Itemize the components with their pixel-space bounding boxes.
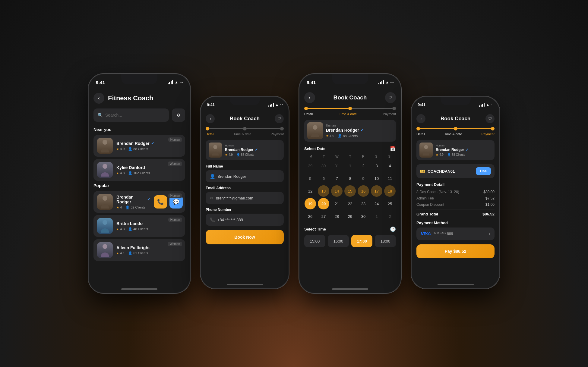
human-badge-popular: Human [168, 193, 182, 198]
email-icon-input: ✉ [210, 196, 213, 200]
small-clients-3: 👤 88 Clients [338, 134, 358, 138]
step4-dot-2 [454, 127, 457, 130]
coach-card-brendan[interactable]: Human Brendan Rodger ✓ ★ 4.9 👤 88 Client… [93, 135, 185, 157]
cal-day-31[interactable]: 29 [344, 211, 356, 222]
email-input[interactable]: ✉ bren*****@gmail.com [206, 192, 284, 204]
cal-day-13[interactable]: 11 [384, 173, 396, 184]
small-coach-name-3: Brendan Rodger ✓ [326, 128, 393, 133]
verified-icon-popular: ✓ [147, 197, 150, 202]
cal-day-19[interactable]: 17 [371, 185, 382, 197]
back-button-2[interactable]: ‹ [206, 114, 215, 123]
card-row[interactable]: VISA **** **** 889 › [416, 227, 495, 240]
coupon-code[interactable]: COACHDAN01 [428, 169, 473, 174]
svg-point-1 [103, 164, 107, 169]
calendar-weekdays: M T W T F S S [304, 155, 396, 158]
cal-day-3[interactable]: 1 [344, 160, 356, 171]
coach-card-kylee[interactable]: Woman Kylee Danford ★ 4.8 👤 102 Clients [93, 159, 185, 181]
cal-day-32[interactable]: 30 [358, 211, 369, 222]
back-button-1[interactable]: ‹ [93, 93, 104, 104]
cal-day-2[interactable]: 31 [331, 160, 343, 171]
cal-day-16[interactable]: 14 [331, 185, 343, 197]
cal-day-14[interactable]: 12 [305, 185, 316, 197]
step3-label-detail: Detail [304, 112, 313, 116]
step4-label-detail: Detail [416, 132, 425, 136]
battery-icon-2 [280, 104, 283, 105]
coach-card-brittni[interactable]: Human Brittni Lando ★ 4.3 👤 48 Clients [93, 215, 185, 237]
woman-badge-aileen: Woman [168, 242, 182, 246]
progress-track-3 [304, 107, 396, 110]
home-indicator-1 [121, 288, 157, 290]
small-coach-info-3: Human Brendan Rodger ✓ ★ 4.9 👤 88 Client… [326, 124, 393, 138]
cal-day-12[interactable]: 10 [371, 173, 382, 184]
cal-day-27[interactable]: 25 [384, 198, 396, 209]
small-coach-card-4: Human Brendan Rodger ✓ ★ 4.9 👤 88 Client… [416, 140, 495, 160]
time-section: Select Time 🕐 15:0016:0017:0018:00 [304, 226, 396, 247]
page-title-1: Fitness Coach [108, 94, 153, 102]
phone-input[interactable]: 📞 +84 *** *** 889 [206, 214, 284, 226]
cal-day-25[interactable]: 23 [358, 198, 369, 209]
cal-day-1[interactable]: 30 [318, 160, 329, 171]
cal-day-8[interactable]: 6 [318, 173, 329, 184]
heart-button-2[interactable]: ♡ [275, 114, 284, 123]
cal-day-4[interactable]: 2 [358, 160, 369, 171]
progress-steps-4: Detail Time & date Payment [416, 127, 495, 136]
home-indicator-2 [227, 284, 263, 285]
cal-day-11[interactable]: 9 [358, 173, 369, 184]
use-coupon-button[interactable]: Use [476, 167, 491, 175]
coach-card-aileen[interactable]: Woman Aileen Fullbright ★ 4.1 👤 61 Clien… [93, 239, 185, 261]
cal-day-18[interactable]: 16 [358, 185, 369, 197]
signal-icon-4 [479, 103, 485, 107]
cal-day-10[interactable]: 8 [344, 173, 356, 184]
cal-day-15[interactable]: 13 [318, 185, 329, 197]
coach-card-popular[interactable]: Human Brendan Rodger ✓ ★ 4 👤 32 Clients [93, 191, 185, 213]
star-icon-brittni: ★ [116, 227, 119, 231]
coach-avatar-brendan [97, 138, 113, 154]
time-slot-1[interactable]: 16:00 [328, 235, 349, 247]
cal-day-23[interactable]: 21 [331, 198, 343, 209]
cal-day-28[interactable]: 26 [305, 211, 316, 222]
book-title-2: Book Coach [230, 116, 260, 122]
cal-day-17[interactable]: 15 [344, 185, 356, 197]
time-slot-3[interactable]: 18:00 [375, 235, 396, 247]
cal-day-21[interactable]: 19 [305, 198, 316, 209]
payment-row-1: Admin Fee $7.52 [416, 196, 495, 200]
back-button-4[interactable]: ‹ [416, 114, 425, 123]
small-clients-2: 👤 88 Clients [236, 153, 254, 156]
book-now-button[interactable]: Book Now [206, 230, 284, 244]
call-button[interactable]: 📞 [154, 195, 167, 209]
cal-day-24[interactable]: 22 [344, 198, 356, 209]
cal-day-20[interactable]: 18 [384, 185, 396, 197]
cal-day-26[interactable]: 24 [371, 198, 382, 209]
cal-day-7[interactable]: 5 [305, 173, 316, 184]
full-name-input[interactable]: 👤 Brendan Rodger [206, 170, 284, 182]
time-slot-2[interactable]: 17:00 [351, 235, 372, 247]
cal-day-0[interactable]: 29 [305, 160, 316, 171]
coach-info-brittni: Human Brittni Lando ★ 4.3 👤 48 Clients [116, 221, 182, 231]
small-rating-4: ★ 4.9 [436, 153, 444, 156]
time-slot-0[interactable]: 15:00 [304, 235, 325, 247]
pay-button[interactable]: Pay $86.52 [416, 244, 495, 258]
step-labels-2: Detail Time & date Payment [206, 132, 284, 136]
heart-button-4[interactable]: ♡ [485, 114, 495, 123]
coach-info-aileen: Woman Aileen Fullbright ★ 4.1 👤 61 Clien… [116, 245, 182, 255]
cal-day-22[interactable]: 20 [318, 198, 329, 209]
star-icon: ★ [116, 147, 119, 151]
search-box[interactable]: 🔍 Search... [93, 108, 169, 122]
coach-avatar-popular [97, 194, 113, 210]
step4-dot-1 [416, 127, 420, 130]
cal-day-30[interactable]: 28 [331, 211, 343, 222]
back-button-3[interactable]: ‹ [304, 92, 315, 103]
cal-day-29[interactable]: 27 [318, 211, 329, 222]
cal-day-34[interactable]: 2 [384, 211, 396, 222]
clients-brittni: 👤 48 Clients [128, 227, 148, 231]
filter-button[interactable]: ⚙ [172, 108, 185, 122]
rating-popular: ★ 4 [116, 205, 122, 209]
cal-day-9[interactable]: 7 [331, 173, 343, 184]
cal-day-5[interactable]: 3 [371, 160, 382, 171]
status-time-2: 9:41 [207, 102, 215, 107]
book-header-3: ‹ Book Coach ♡ [304, 90, 396, 107]
cal-day-6[interactable]: 4 [384, 160, 396, 171]
heart-button-3[interactable]: ♡ [385, 92, 396, 103]
cal-day-33[interactable]: 1 [371, 211, 382, 222]
small-coach-info-2: Human Brendan Rodger ✓ ★ 4.9 👤 88 Client… [225, 144, 281, 156]
